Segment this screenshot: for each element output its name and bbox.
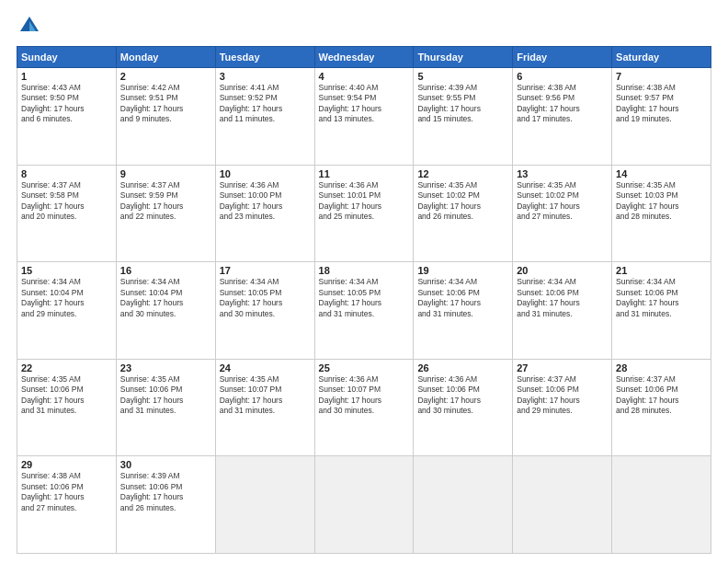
calendar-cell: 23Sunrise: 4:35 AM Sunset: 10:06 PM Dayl… [116,359,215,456]
cell-info: Sunrise: 4:34 AM Sunset: 10:05 PM Daylig… [319,277,410,319]
calendar-cell: 24Sunrise: 4:35 AM Sunset: 10:07 PM Dayl… [215,359,314,456]
calendar-cell: 13Sunrise: 4:35 AM Sunset: 10:02 PM Dayl… [513,165,612,262]
cell-info: Sunrise: 4:36 AM Sunset: 10:00 PM Daylig… [220,180,311,223]
cell-info: Sunrise: 4:37 AM Sunset: 9:59 PM Dayligh… [120,180,211,223]
day-number: 5 [417,71,508,82]
cell-info: Sunrise: 4:42 AM Sunset: 9:51 PM Dayligh… [120,83,211,125]
cell-info: Sunrise: 4:35 AM Sunset: 10:03 PM Daylig… [616,180,707,223]
day-number: 26 [417,362,508,373]
calendar-cell: 21Sunrise: 4:34 AM Sunset: 10:06 PM Dayl… [612,262,711,360]
cell-info: Sunrise: 4:34 AM Sunset: 10:04 PM Daylig… [120,277,211,319]
cell-info: Sunrise: 4:36 AM Sunset: 10:07 PM Daylig… [319,374,410,417]
cell-info: Sunrise: 4:35 AM Sunset: 10:02 PM Daylig… [417,180,508,223]
calendar-cell: 7Sunrise: 4:38 AM Sunset: 9:57 PM Daylig… [612,68,711,166]
cell-info: Sunrise: 4:34 AM Sunset: 10:06 PM Daylig… [517,277,608,319]
calendar-cell: 15Sunrise: 4:34 AM Sunset: 10:04 PM Dayl… [17,262,117,360]
calendar-cell [215,456,314,554]
logo-icon [17,13,42,39]
calendar-cell: 2Sunrise: 4:42 AM Sunset: 9:51 PM Daylig… [116,68,215,166]
cell-info: Sunrise: 4:40 AM Sunset: 9:54 PM Dayligh… [319,83,410,125]
cell-info: Sunrise: 4:38 AM Sunset: 9:56 PM Dayligh… [517,83,608,125]
calendar-cell: 11Sunrise: 4:36 AM Sunset: 10:01 PM Dayl… [314,165,414,262]
calendar-cell: 25Sunrise: 4:36 AM Sunset: 10:07 PM Dayl… [314,359,414,456]
logo [17,13,46,39]
day-number: 7 [616,71,707,82]
calendar-week-row: 22Sunrise: 4:35 AM Sunset: 10:06 PM Dayl… [17,359,711,456]
day-number: 25 [319,362,410,373]
cell-info: Sunrise: 4:35 AM Sunset: 10:02 PM Daylig… [517,180,608,223]
cell-info: Sunrise: 4:36 AM Sunset: 10:01 PM Daylig… [319,180,410,223]
day-number: 30 [120,459,211,470]
day-number: 17 [220,265,311,276]
calendar-cell [612,456,711,554]
calendar-cell: 26Sunrise: 4:36 AM Sunset: 10:06 PM Dayl… [414,359,513,456]
calendar-table: SundayMondayTuesdayWednesdayThursdayFrid… [17,46,711,554]
calendar-cell: 10Sunrise: 4:36 AM Sunset: 10:00 PM Dayl… [215,165,314,262]
cell-info: Sunrise: 4:39 AM Sunset: 10:06 PM Daylig… [120,471,211,513]
calendar-cell: 19Sunrise: 4:34 AM Sunset: 10:06 PM Dayl… [414,262,513,360]
calendar-cell: 18Sunrise: 4:34 AM Sunset: 10:05 PM Dayl… [314,262,414,360]
cell-info: Sunrise: 4:38 AM Sunset: 10:06 PM Daylig… [21,471,112,513]
cell-info: Sunrise: 4:43 AM Sunset: 9:50 PM Dayligh… [21,83,112,125]
calendar-cell: 28Sunrise: 4:37 AM Sunset: 10:06 PM Dayl… [612,359,711,456]
col-header-sunday: Sunday [17,47,117,68]
calendar-cell: 20Sunrise: 4:34 AM Sunset: 10:06 PM Dayl… [513,262,612,360]
day-number: 21 [616,265,707,276]
calendar-cell: 16Sunrise: 4:34 AM Sunset: 10:04 PM Dayl… [116,262,215,360]
calendar-cell: 1Sunrise: 4:43 AM Sunset: 9:50 PM Daylig… [17,68,117,166]
col-header-tuesday: Tuesday [215,47,314,68]
col-header-thursday: Thursday [414,47,513,68]
calendar-week-row: 1Sunrise: 4:43 AM Sunset: 9:50 PM Daylig… [17,68,711,166]
cell-info: Sunrise: 4:34 AM Sunset: 10:05 PM Daylig… [220,277,311,319]
calendar-week-row: 8Sunrise: 4:37 AM Sunset: 9:58 PM Daylig… [17,165,711,262]
day-number: 22 [21,362,112,373]
day-number: 13 [517,168,608,179]
cell-info: Sunrise: 4:34 AM Sunset: 10:06 PM Daylig… [616,277,707,319]
day-number: 29 [21,459,112,470]
calendar-cell: 8Sunrise: 4:37 AM Sunset: 9:58 PM Daylig… [17,165,117,262]
calendar-header-row: SundayMondayTuesdayWednesdayThursdayFrid… [17,47,711,68]
calendar-week-row: 15Sunrise: 4:34 AM Sunset: 10:04 PM Dayl… [17,262,711,360]
cell-info: Sunrise: 4:34 AM Sunset: 10:04 PM Daylig… [21,277,112,319]
day-number: 20 [517,265,608,276]
day-number: 15 [21,265,112,276]
cell-info: Sunrise: 4:41 AM Sunset: 9:52 PM Dayligh… [220,83,311,125]
col-header-wednesday: Wednesday [314,47,414,68]
calendar-cell: 4Sunrise: 4:40 AM Sunset: 9:54 PM Daylig… [314,68,414,166]
day-number: 16 [120,265,211,276]
calendar-cell: 22Sunrise: 4:35 AM Sunset: 10:06 PM Dayl… [17,359,117,456]
day-number: 8 [21,168,112,179]
col-header-monday: Monday [116,47,215,68]
day-number: 12 [417,168,508,179]
calendar-cell: 29Sunrise: 4:38 AM Sunset: 10:06 PM Dayl… [17,456,117,554]
day-number: 19 [417,265,508,276]
day-number: 10 [220,168,311,179]
cell-info: Sunrise: 4:37 AM Sunset: 10:06 PM Daylig… [517,374,608,417]
calendar-cell: 6Sunrise: 4:38 AM Sunset: 9:56 PM Daylig… [513,68,612,166]
col-header-friday: Friday [513,47,612,68]
day-number: 6 [517,71,608,82]
calendar-cell [414,456,513,554]
day-number: 24 [220,362,311,373]
cell-info: Sunrise: 4:35 AM Sunset: 10:07 PM Daylig… [220,374,311,417]
day-number: 23 [120,362,211,373]
day-number: 14 [616,168,707,179]
cell-info: Sunrise: 4:37 AM Sunset: 9:58 PM Dayligh… [21,180,112,223]
calendar-cell: 27Sunrise: 4:37 AM Sunset: 10:06 PM Dayl… [513,359,612,456]
day-number: 3 [220,71,311,82]
calendar-cell [513,456,612,554]
calendar-cell [314,456,414,554]
day-number: 27 [517,362,608,373]
calendar-cell: 3Sunrise: 4:41 AM Sunset: 9:52 PM Daylig… [215,68,314,166]
calendar-week-row: 29Sunrise: 4:38 AM Sunset: 10:06 PM Dayl… [17,456,711,554]
cell-info: Sunrise: 4:38 AM Sunset: 9:57 PM Dayligh… [616,83,707,125]
cell-info: Sunrise: 4:36 AM Sunset: 10:06 PM Daylig… [417,374,508,417]
day-number: 11 [319,168,410,179]
calendar-cell: 30Sunrise: 4:39 AM Sunset: 10:06 PM Dayl… [116,456,215,554]
calendar-cell: 9Sunrise: 4:37 AM Sunset: 9:59 PM Daylig… [116,165,215,262]
cell-info: Sunrise: 4:39 AM Sunset: 9:55 PM Dayligh… [417,83,508,125]
day-number: 4 [319,71,410,82]
cell-info: Sunrise: 4:34 AM Sunset: 10:06 PM Daylig… [417,277,508,319]
day-number: 2 [120,71,211,82]
col-header-saturday: Saturday [612,47,711,68]
